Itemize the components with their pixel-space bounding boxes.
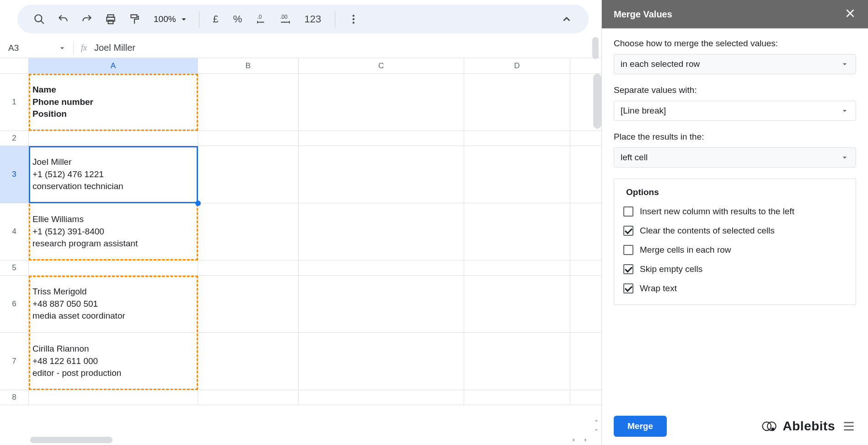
cell[interactable] (299, 131, 464, 146)
cell[interactable]: Joel Miller+1 (512) 476 1221conservation… (29, 146, 198, 203)
cell[interactable] (464, 333, 570, 390)
vertical-scrollbar[interactable] (593, 74, 601, 129)
cell[interactable] (29, 131, 198, 146)
cell[interactable] (29, 390, 198, 405)
cell[interactable] (464, 74, 570, 130)
cell[interactable] (464, 390, 570, 405)
spreadsheet-grid[interactable]: A B C D 1NamePhone numberPosition23Joel … (0, 58, 601, 445)
cell[interactable] (464, 260, 570, 275)
cell[interactable] (464, 203, 570, 260)
svg-text:.00: .00 (280, 13, 288, 20)
decrease-decimal-button[interactable]: .0 (251, 9, 271, 29)
brand-label: Ablebits (783, 419, 835, 434)
cell[interactable] (198, 260, 299, 275)
grid-row: 8 (0, 390, 601, 405)
brand: Ablebits (762, 419, 856, 434)
separator-select[interactable]: [Line break] (614, 101, 856, 121)
cell[interactable] (464, 276, 570, 332)
cell[interactable] (299, 146, 464, 203)
grid-row: 6Triss Merigold+48 887 050 501media asse… (0, 276, 601, 333)
scroll-up-icon[interactable] (592, 417, 600, 425)
option-label: Insert new column with results to the le… (640, 206, 794, 217)
undo-icon[interactable] (53, 9, 73, 29)
currency-format-button[interactable]: £ (208, 13, 224, 25)
checkbox[interactable] (623, 264, 633, 274)
row-header[interactable]: 6 (0, 276, 29, 332)
close-icon[interactable] (844, 7, 856, 22)
print-icon[interactable] (101, 9, 121, 29)
zoom-dropdown[interactable]: 100% (148, 14, 191, 24)
grid-row: 5 (0, 260, 601, 276)
horizontal-scrollbar[interactable] (30, 437, 113, 443)
more-formats-button[interactable]: 123 (299, 13, 327, 25)
cell[interactable] (299, 74, 464, 130)
cell[interactable] (464, 131, 570, 146)
merge-button[interactable]: Merge (614, 416, 667, 437)
search-icon[interactable] (29, 9, 49, 29)
cell[interactable] (198, 276, 299, 332)
select-all-corner[interactable] (0, 58, 29, 73)
fill-handle[interactable] (195, 201, 201, 206)
row-header[interactable]: 2 (0, 131, 29, 146)
more-icon[interactable] (343, 9, 364, 29)
row-header[interactable]: 8 (0, 390, 29, 405)
cell[interactable]: NamePhone numberPosition (29, 74, 198, 130)
sheet-tab-nav (569, 436, 589, 444)
merge-values-panel: Merge Values Choose how to merge the sel… (601, 0, 868, 445)
place-select[interactable]: left cell (614, 147, 856, 168)
name-box[interactable]: A3 (0, 43, 73, 53)
cell[interactable]: Triss Merigold+48 887 050 501media asset… (29, 276, 198, 332)
checkbox[interactable] (623, 245, 633, 255)
tab-prev-icon[interactable] (569, 436, 578, 444)
cell[interactable] (198, 333, 299, 390)
row-header[interactable]: 4 (0, 203, 29, 260)
cell[interactable] (198, 74, 299, 130)
column-header-c[interactable]: C (299, 58, 464, 73)
place-label: Place the results in the: (614, 132, 856, 142)
collapse-toolbar-icon[interactable] (557, 9, 577, 29)
checkbox[interactable] (623, 283, 633, 293)
option-row[interactable]: Wrap text (623, 279, 847, 298)
cell[interactable] (299, 203, 464, 260)
formula-scrollbar[interactable] (592, 37, 599, 59)
merge-how-select[interactable]: in each selected row (614, 54, 856, 74)
checkbox[interactable] (623, 206, 633, 217)
cell[interactable] (299, 333, 464, 390)
tab-next-icon[interactable] (581, 436, 589, 444)
row-header[interactable]: 7 (0, 333, 29, 390)
option-row[interactable]: Insert new column with results to the le… (623, 202, 847, 221)
cell[interactable]: Cirilla Riannon+48 122 611 000editor - p… (29, 333, 198, 390)
checkbox[interactable] (623, 226, 633, 236)
cell[interactable] (464, 146, 570, 203)
cell[interactable] (299, 276, 464, 332)
option-row[interactable]: Clear the contents of selected cells (623, 221, 847, 240)
options-legend: Options (623, 187, 662, 197)
cell[interactable] (198, 146, 299, 203)
hamburger-icon[interactable] (841, 419, 856, 434)
option-row[interactable]: Merge cells in each row (623, 240, 847, 260)
percent-format-button[interactable]: % (228, 13, 248, 25)
paint-format-icon[interactable] (124, 9, 145, 29)
redo-icon[interactable] (77, 9, 97, 29)
formula-input[interactable]: Joel Miller (94, 43, 135, 53)
row-header[interactable]: 3 (0, 146, 29, 203)
options-fieldset: Options Insert new column with results t… (614, 179, 856, 305)
grid-row: 7Cirilla Riannon+48 122 611 000editor - … (0, 333, 601, 390)
svg-text:.0: .0 (257, 13, 262, 20)
cell[interactable] (198, 203, 299, 260)
svg-point-0 (35, 15, 42, 22)
cell[interactable]: Ellie Williams+1 (512) 391-8400research … (29, 203, 198, 260)
row-header[interactable]: 1 (0, 74, 29, 130)
scroll-down-icon[interactable] (592, 426, 600, 434)
cell[interactable] (198, 390, 299, 405)
column-header-a[interactable]: A (29, 58, 198, 73)
option-row[interactable]: Skip empty cells (623, 260, 847, 279)
increase-decimal-button[interactable]: .00 (275, 9, 295, 29)
row-header[interactable]: 5 (0, 260, 29, 275)
column-header-b[interactable]: B (198, 58, 299, 73)
cell[interactable] (299, 390, 464, 405)
cell[interactable] (198, 131, 299, 146)
cell[interactable] (299, 260, 464, 275)
cell[interactable] (29, 260, 198, 275)
column-header-d[interactable]: D (464, 58, 570, 73)
